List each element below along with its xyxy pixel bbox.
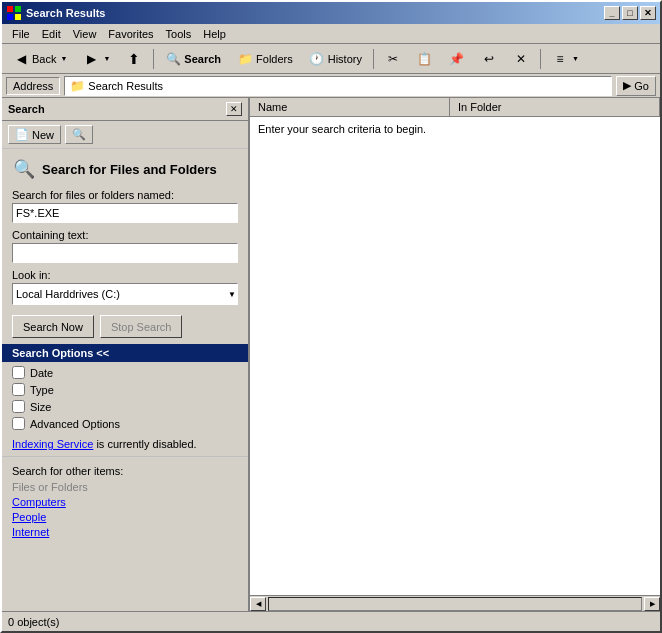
col-name-header[interactable]: Name bbox=[250, 98, 450, 116]
internet-link[interactable]: Internet bbox=[12, 526, 238, 538]
menu-help[interactable]: Help bbox=[197, 26, 232, 42]
go-label: Go bbox=[634, 80, 649, 92]
menu-edit[interactable]: Edit bbox=[36, 26, 67, 42]
panel-icon-button[interactable]: 🔍 bbox=[65, 125, 93, 144]
toolbar-sep-3 bbox=[540, 49, 541, 69]
forward-button[interactable]: ▶ ▼ bbox=[76, 47, 117, 71]
folders-icon: 📁 bbox=[237, 51, 253, 67]
indexing-service-suffix: is currently disabled. bbox=[93, 438, 196, 450]
option-size-label: Size bbox=[30, 401, 51, 413]
views-button[interactable]: ≡ ▼ bbox=[545, 47, 586, 71]
search-form: Search for files or folders named: Conta… bbox=[2, 185, 248, 309]
folders-button[interactable]: 📁 Folders bbox=[230, 47, 300, 71]
files-or-folders-link: Files or Folders bbox=[12, 481, 238, 493]
indexing-service-link[interactable]: Indexing Service bbox=[12, 438, 93, 450]
name-field-input[interactable] bbox=[12, 203, 238, 223]
status-bar: 0 object(s) bbox=[2, 611, 660, 631]
people-link[interactable]: People bbox=[12, 511, 238, 523]
address-bar: Address 📁 Search Results ▶ Go bbox=[2, 74, 660, 98]
search-button-row: Search Now Stop Search bbox=[2, 309, 248, 344]
search-panel-title: Search bbox=[8, 103, 45, 115]
svg-rect-1 bbox=[15, 6, 21, 12]
copy-button[interactable]: 📋 bbox=[410, 47, 440, 71]
lookin-field-label: Look in: bbox=[12, 269, 238, 281]
address-input[interactable]: 📁 Search Results bbox=[64, 76, 612, 96]
search-panel-close-button[interactable]: ✕ bbox=[226, 102, 242, 116]
status-text: 0 object(s) bbox=[8, 616, 59, 628]
results-header: Name In Folder bbox=[250, 98, 660, 117]
up-button[interactable]: ⬆ bbox=[119, 47, 149, 71]
undo-button[interactable]: ↩ bbox=[474, 47, 504, 71]
bottom-scrollbar: ◀ ▶ bbox=[250, 595, 660, 611]
option-type-row[interactable]: Type bbox=[12, 383, 238, 396]
option-size-row[interactable]: Size bbox=[12, 400, 238, 413]
option-date-label: Date bbox=[30, 367, 53, 379]
option-advanced-row[interactable]: Advanced Options bbox=[12, 417, 238, 430]
go-arrow-icon: ▶ bbox=[623, 79, 631, 92]
folder-icon: 📁 bbox=[69, 78, 85, 94]
search-now-button[interactable]: Search Now bbox=[12, 315, 94, 338]
search-heading-icon: 🔍 bbox=[12, 157, 36, 181]
history-icon: 🕐 bbox=[309, 51, 325, 67]
other-items-label: Search for other items: bbox=[12, 465, 238, 477]
forward-dropdown-arrow: ▼ bbox=[103, 55, 110, 62]
computers-link[interactable]: Computers bbox=[12, 496, 238, 508]
new-icon: 📄 bbox=[15, 128, 29, 141]
search-panel-header: Search ✕ bbox=[2, 98, 248, 121]
option-size-checkbox[interactable] bbox=[12, 400, 25, 413]
option-type-label: Type bbox=[30, 384, 54, 396]
scroll-right-button[interactable]: ▶ bbox=[644, 597, 660, 611]
paste-button[interactable]: 📌 bbox=[442, 47, 472, 71]
results-empty-text: Enter your search criteria to begin. bbox=[258, 123, 426, 135]
new-label: New bbox=[32, 129, 54, 141]
containing-field-input[interactable] bbox=[12, 243, 238, 263]
menu-file[interactable]: File bbox=[6, 26, 36, 42]
history-button[interactable]: 🕐 History bbox=[302, 47, 369, 71]
maximize-button[interactable]: □ bbox=[622, 6, 638, 20]
minimize-button[interactable]: _ bbox=[604, 6, 620, 20]
results-panel: Name In Folder Enter your search criteri… bbox=[250, 98, 660, 611]
move-button[interactable]: ✂ bbox=[378, 47, 408, 71]
main-content: Search ✕ 📄 New 🔍 🔍 Search for Files and … bbox=[2, 98, 660, 611]
option-advanced-checkbox[interactable] bbox=[12, 417, 25, 430]
window-title: Search Results bbox=[26, 7, 604, 19]
search-panel: Search ✕ 📄 New 🔍 🔍 Search for Files and … bbox=[2, 98, 250, 611]
folders-label: Folders bbox=[256, 53, 293, 65]
address-value: Search Results bbox=[88, 80, 163, 92]
move-icon: ✂ bbox=[385, 51, 401, 67]
col-folder-header[interactable]: In Folder bbox=[450, 98, 660, 116]
search-options-header[interactable]: Search Options << bbox=[2, 344, 248, 362]
horizontal-scrollbar-track[interactable] bbox=[268, 597, 642, 611]
name-field-label: Search for files or folders named: bbox=[12, 189, 238, 201]
results-scroll-area: Enter your search criteria to begin. bbox=[250, 117, 660, 595]
svg-rect-0 bbox=[7, 6, 13, 12]
search-heading-text: Search for Files and Folders bbox=[42, 162, 217, 177]
address-label[interactable]: Address bbox=[6, 77, 60, 95]
option-type-checkbox[interactable] bbox=[12, 383, 25, 396]
search-button[interactable]: 🔍 Search bbox=[158, 47, 228, 71]
menu-favorites[interactable]: Favorites bbox=[102, 26, 159, 42]
option-advanced-label: Advanced Options bbox=[30, 418, 120, 430]
results-body: Enter your search criteria to begin. bbox=[250, 117, 660, 141]
scroll-left-button[interactable]: ◀ bbox=[250, 597, 266, 611]
lookin-select[interactable]: Local Harddrives (C:) My Computer My Doc… bbox=[12, 283, 238, 305]
back-button[interactable]: ◀ Back ▼ bbox=[6, 47, 74, 71]
delete-button[interactable]: ✕ bbox=[506, 47, 536, 71]
back-dropdown-arrow: ▼ bbox=[60, 55, 67, 62]
new-search-button[interactable]: 📄 New bbox=[8, 125, 61, 144]
go-button[interactable]: ▶ Go bbox=[616, 76, 656, 96]
stop-search-button[interactable]: Stop Search bbox=[100, 315, 183, 338]
other-items-section: Search for other items: Files or Folders… bbox=[2, 456, 248, 545]
window-icon bbox=[6, 5, 22, 21]
menu-view[interactable]: View bbox=[67, 26, 103, 42]
search-icon: 🔍 bbox=[165, 51, 181, 67]
delete-icon: ✕ bbox=[513, 51, 529, 67]
paste-icon: 📌 bbox=[449, 51, 465, 67]
menu-tools[interactable]: Tools bbox=[160, 26, 198, 42]
option-date-checkbox[interactable] bbox=[12, 366, 25, 379]
option-date-row[interactable]: Date bbox=[12, 366, 238, 379]
close-button[interactable]: ✕ bbox=[640, 6, 656, 20]
containing-field-label: Containing text: bbox=[12, 229, 238, 241]
menu-bar: File Edit View Favorites Tools Help bbox=[2, 24, 660, 44]
undo-icon: ↩ bbox=[481, 51, 497, 67]
